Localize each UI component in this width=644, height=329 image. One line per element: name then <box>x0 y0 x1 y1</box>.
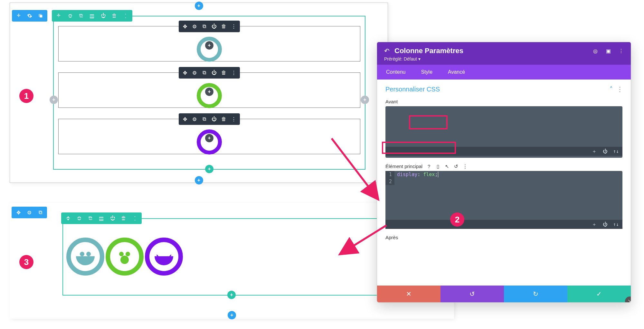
annotation-badge-1: 1 <box>19 89 33 103</box>
add-inside-button[interactable]: + <box>205 134 213 142</box>
layout-icon[interactable]: ▣ <box>606 48 611 53</box>
add-section-button[interactable]: + <box>228 311 236 319</box>
help-icon[interactable]: ? <box>426 164 431 169</box>
after-label: Après <box>385 235 622 240</box>
gear-icon[interactable]: ⚙ <box>192 24 197 29</box>
code-val: flex <box>423 172 435 177</box>
tab-content[interactable]: Contenu <box>384 65 408 80</box>
module-row-3: ✥⚙⧉⏻🗑⋮ + <box>58 119 360 154</box>
duplicate-icon[interactable]: ⧉ <box>202 70 207 75</box>
modal-tabs: Contenu Style Avancé <box>377 65 631 80</box>
column-outline-after: ›‹ + <box>62 218 401 296</box>
undo-button[interactable]: ↺ <box>440 286 504 302</box>
module-toolbar[interactable]: ✥⚙⧉⏻🗑⋮ <box>179 67 240 79</box>
tab-advanced[interactable]: Avancé <box>446 65 467 80</box>
main-element-label: Élément principal <box>385 164 422 169</box>
trash-icon[interactable]: 🗑 <box>221 24 226 29</box>
duplicate-icon[interactable]: ⧉ <box>202 24 207 29</box>
power-icon[interactable]: ⏻ <box>212 117 217 122</box>
target-icon[interactable]: ◎ <box>593 48 598 53</box>
code-sep: : <box>417 172 423 177</box>
section-toolbar[interactable]: ✥ ⚙ ⧉ <box>12 207 47 218</box>
highlight-custom-css <box>382 142 456 154</box>
smiley-purple-icon: + <box>197 129 222 155</box>
gear-icon[interactable]: ⚙ <box>27 210 32 215</box>
module-row-1: ✥ ⚙ ⧉ ⏻ 🗑 ⋮ + <box>58 26 360 61</box>
builder-canvas-before: ⚙ ⧉ ▥ ⏻ 🗑 ⋮ + + + ✥ ⚙ ⧉ ⏻ 🗑 ⋮ + <box>10 3 388 183</box>
column-settings-modal: ↶ Colonne Paramètres ◎ ▣ ⋮ Préréglé: Déf… <box>377 42 631 303</box>
swap-icon[interactable]: ↑↓ <box>613 149 619 154</box>
custom-css-heading[interactable]: Personnaliser CSS ˄ ⋮ <box>385 85 622 93</box>
dots-icon[interactable]: ⋮ <box>462 164 468 169</box>
preset-label[interactable]: Préréglé: Défaut ▾ <box>384 56 624 61</box>
back-icon[interactable]: ↶ <box>384 48 389 53</box>
trash-icon[interactable]: 🗑 <box>221 70 226 75</box>
column-outline: + + ✥ ⚙ ⧉ ⏻ 🗑 ⋮ + ✥⚙⧉⏻🗑⋮ + <box>53 16 365 170</box>
dots-icon[interactable]: ⋮ <box>619 48 624 53</box>
add-inside-button[interactable]: + <box>205 41 213 50</box>
smiley-teal-icon: + <box>197 37 222 62</box>
add-column-left[interactable]: + <box>50 96 58 104</box>
move-icon[interactable]: ✥ <box>182 24 187 29</box>
modal-footer: ✕ ↺ ↻ ✓ <box>377 286 631 302</box>
add-icon[interactable]: ＋ <box>592 222 597 227</box>
annotation-badge-2: 2 <box>450 212 464 227</box>
duplicate-icon[interactable]: ⧉ <box>38 210 43 215</box>
dots-icon[interactable]: ⋮ <box>231 117 236 122</box>
module-toolbar[interactable]: ✥⚙⧉⏻🗑⋮ <box>179 113 240 125</box>
dots-icon[interactable]: ⋮ <box>231 24 236 29</box>
move-icon[interactable]: ✥ <box>182 70 187 75</box>
annotation-badge-3: 3 <box>19 255 33 269</box>
cancel-button[interactable]: ✕ <box>377 286 440 302</box>
module-row-2: ✥⚙⧉⏻🗑⋮ + <box>58 72 360 108</box>
modal-title: Colonne Paramètres <box>394 47 588 55</box>
gutter-line-2: 2 <box>385 178 394 185</box>
add-row-button[interactable]: + <box>205 165 213 173</box>
gear-icon[interactable] <box>27 13 32 18</box>
smiley-teal-icon <box>66 238 104 276</box>
code-end: ; <box>435 172 438 177</box>
add-column-right[interactable]: + <box>361 96 369 104</box>
flex-result-row: ›‹ <box>66 238 183 276</box>
power-icon[interactable]: ⏻ <box>212 70 217 75</box>
duplicate-icon[interactable]: ⧉ <box>202 117 207 122</box>
module-toolbar[interactable]: ✥ ⚙ ⧉ ⏻ 🗑 ⋮ <box>179 21 240 32</box>
add-section-button[interactable]: + <box>195 2 203 10</box>
power-icon[interactable]: ⏻ <box>602 149 608 154</box>
gear-icon[interactable]: ⚙ <box>192 70 197 75</box>
gutter-line-1: 1 <box>385 171 394 178</box>
highlight-advanced-tab <box>409 115 448 129</box>
dots-icon[interactable]: ⋮ <box>617 87 622 92</box>
before-label: Avant <box>385 99 622 104</box>
code-prop: display <box>397 172 417 177</box>
section-toolbar[interactable] <box>12 10 47 22</box>
modal-header: ↶ Colonne Paramètres ◎ ▣ ⋮ Préréglé: Déf… <box>377 42 631 65</box>
redo-button[interactable]: ↻ <box>504 286 567 302</box>
swap-icon[interactable]: ↑↓ <box>613 222 619 227</box>
gear-icon[interactable]: ⚙ <box>192 117 197 122</box>
trash-icon[interactable]: 🗑 <box>221 117 226 122</box>
css-main-input[interactable]: 1 display: flex; 2 ＋ ⏻ ↑↓ <box>385 171 622 229</box>
add-row-button[interactable]: + <box>227 291 236 299</box>
move-icon[interactable]: ✥ <box>182 117 187 122</box>
cursor-icon[interactable]: ↖ <box>444 164 450 169</box>
tab-style[interactable]: Style <box>419 65 435 80</box>
undo-icon[interactable]: ↺ <box>453 164 459 169</box>
add-inside-button[interactable]: + <box>205 88 213 96</box>
power-icon[interactable]: ⏻ <box>212 24 217 29</box>
smiley-purple-icon: ›‹ <box>145 238 183 276</box>
chevron-up-icon[interactable]: ˄ <box>610 85 613 93</box>
custom-css-label: Personnaliser CSS <box>385 86 440 93</box>
phone-icon[interactable]: ▯ <box>435 164 440 169</box>
move-icon[interactable]: ✥ <box>16 210 21 215</box>
dots-icon[interactable]: ⋮ <box>231 70 236 75</box>
power-icon[interactable]: ⏻ <box>602 222 608 227</box>
smiley-green-icon <box>106 238 144 276</box>
save-button[interactable]: ✓ <box>567 286 631 302</box>
duplicate-icon[interactable] <box>38 13 43 18</box>
modal-body: Personnaliser CSS ˄ ⋮ Avant ＋ ⏻ ↑↓ Éléme… <box>377 80 631 248</box>
add-icon[interactable]: ＋ <box>592 149 597 154</box>
move-icon[interactable] <box>16 13 21 18</box>
text-cursor <box>438 172 441 177</box>
add-section-button[interactable]: + <box>195 176 203 184</box>
